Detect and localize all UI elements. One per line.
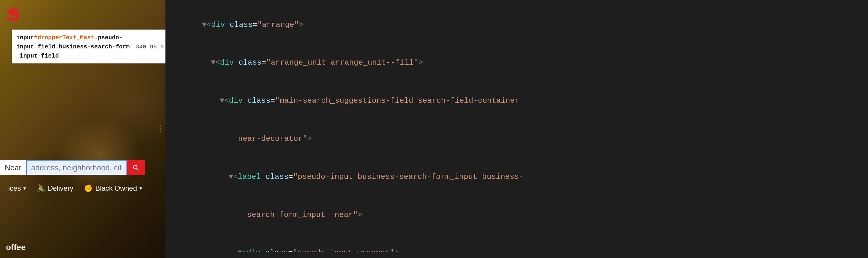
code-line-3: ▼<div class="main-search_suggestions-fie… <box>165 82 868 120</box>
filter-black-owned-label: Black Owned <box>95 184 137 192</box>
tooltip-classes: .pseudo- <box>94 34 123 41</box>
left-panel: input#dropperText_Mast.pseudo- input_fie… <box>0 0 165 258</box>
tooltip-class3: _input-field <box>16 53 59 59</box>
delivery-icon: 🚴 <box>37 184 45 192</box>
filter-black-owned[interactable]: ✊ Black Owned ▾ <box>82 183 144 194</box>
code-line-4: ▼<label class="pseudo-input business-sea… <box>165 158 868 196</box>
filter-services-label: ices <box>8 184 21 192</box>
yelp-logo <box>6 6 24 24</box>
search-icon <box>132 164 140 171</box>
black-owned-icon: ✊ <box>84 184 93 192</box>
filter-services[interactable]: ices ▾ <box>6 183 28 194</box>
tooltip-classes-line2: input_field.business-search-form <box>16 43 133 50</box>
devtools-content: ▼<div class="arrange"> ▼<div class="arra… <box>165 6 868 252</box>
code-line-4b: search-form_input--near"> <box>165 196 868 234</box>
coffee-label: offee <box>6 243 26 252</box>
near-label: Near <box>0 160 26 175</box>
code-line-2: ▼<div class="arrange_unit arrange_unit--… <box>165 44 868 82</box>
tooltip-selector: input#dropperText_Mast.pseudo- <box>16 34 123 41</box>
element-tooltip: input#dropperText_Mast.pseudo- input_fie… <box>12 30 165 63</box>
filter-bar: ices ▾ 🚴 Delivery ✊ Black Owned ▾ <box>0 181 165 196</box>
search-button[interactable] <box>127 160 145 175</box>
filter-services-arrow: ▾ <box>23 185 26 192</box>
dot-3 <box>159 131 161 133</box>
svg-line-1 <box>137 168 138 170</box>
filter-delivery-label: Delivery <box>48 184 73 192</box>
panel-separator-dots <box>159 125 161 133</box>
tooltip-class2: input_field.business-search-form <box>16 43 130 50</box>
tooltip-tag: input <box>16 34 34 41</box>
code-line-1: ▼<div class="arrange"> <box>165 6 868 44</box>
filter-delivery[interactable]: 🚴 Delivery <box>34 183 76 194</box>
tooltip-dimensions: 340.98 × 23 <box>135 43 165 50</box>
dot-2 <box>159 128 161 130</box>
filter-black-owned-arrow: ▾ <box>140 185 142 192</box>
search-area: Near <box>0 160 165 175</box>
tooltip-id: #dropperText_Mast <box>34 34 94 41</box>
location-search-input[interactable] <box>26 160 127 175</box>
devtools-panel: ▼<div class="arrange"> ▼<div class="arra… <box>165 0 868 258</box>
code-line-5: ▼<div class="pseudo-input_wrapper"> <box>165 234 868 252</box>
dot-1 <box>159 125 161 127</box>
code-line-3b: near-decorator"> <box>165 120 868 158</box>
